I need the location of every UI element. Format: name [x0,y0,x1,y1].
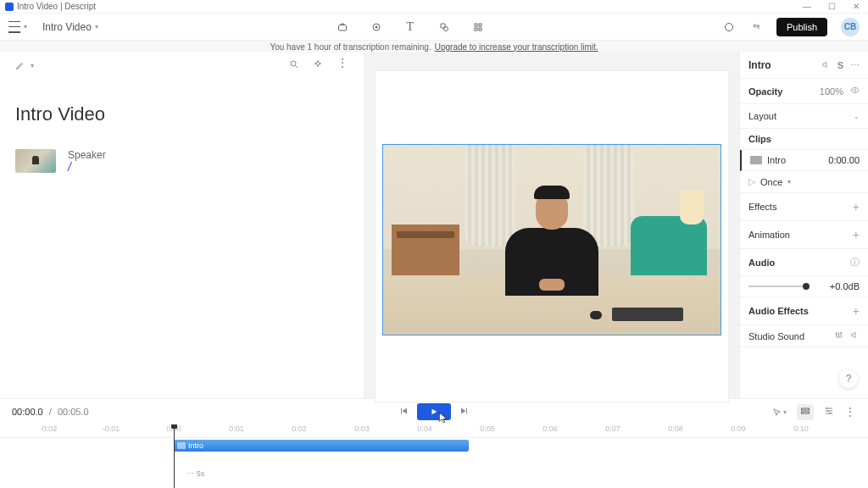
banner: You have 1 hour of transcription remaini… [0,41,868,53]
project-name-dropdown[interactable]: Intro Video ▾ [42,21,98,33]
opacity-value[interactable]: 100% [820,86,843,97]
ruler-tick: 0:05 [480,424,495,433]
speaker-label[interactable]: Speaker [68,149,106,161]
sparkle-icon [313,59,323,69]
svg-rect-5 [475,24,477,26]
video-frame[interactable] [382,144,721,336]
ruler-tick: 0:10 [793,424,809,433]
audio-effects-label: Audio Effects [748,306,809,316]
play-icon: ▷ [748,176,755,187]
svg-rect-7 [475,28,477,30]
avatar[interactable]: CB [841,18,860,36]
search-button[interactable] [289,59,299,72]
chevron-down-icon: ⌄ [854,113,860,120]
svg-point-12 [291,61,296,66]
ai-button[interactable] [313,59,323,72]
record-button[interactable] [370,20,383,34]
next-button[interactable] [459,406,470,419]
shapes-button[interactable] [437,20,451,34]
layout-row[interactable]: Layout ⌄ [740,104,868,129]
publish-button[interactable]: Publish [776,18,827,36]
clip-time: 0:00.00 [828,155,860,165]
script-style-dropdown[interactable]: ▾ [15,60,34,70]
clips-label: Clips [748,134,771,144]
maximize-button[interactable]: ☐ [825,2,839,11]
ruler-tick: 0:02 [292,424,307,433]
add-audio-effect-button[interactable]: + [853,304,860,318]
loop-dropdown[interactable]: ▷ Once ▾ [748,176,791,187]
studio-sound-mute-icon[interactable] [850,330,860,341]
play-button[interactable] [417,403,451,420]
clip-thumbnail[interactable] [750,156,762,164]
canvas-area[interactable] [364,53,739,398]
app-icon [5,3,14,11]
timeline-marker[interactable]: ⋯5s [186,469,205,479]
chevron-down-icon: ▾ [95,23,98,30]
scene-name[interactable]: Intro [748,59,771,71]
scene-more-button[interactable]: ⋯ [850,60,860,71]
opacity-label: Opacity [748,86,782,97]
studio-sound-settings-icon[interactable] [834,330,843,341]
audio-info-icon[interactable]: ⓘ [850,256,860,269]
selection-tool[interactable]: ▾ [772,408,787,417]
animation-label: Animation [748,230,790,240]
share-button[interactable] [749,20,763,34]
timeline-more-button[interactable]: ⋮ [844,405,856,419]
banner-link[interactable]: Upgrade to increase your transcription l… [435,42,598,52]
chevron-down-icon: ▾ [24,23,27,30]
comment-button[interactable] [722,20,736,34]
playhead[interactable] [174,424,175,488]
volume-slider[interactable] [748,286,810,287]
svg-point-14 [836,333,837,335]
main-menu-button[interactable]: ▾ [8,21,27,33]
transcript-cursor[interactable]: / [68,163,106,171]
timeline-clip[interactable]: Intro [174,440,469,452]
ruler-tick: 0:06 [542,424,558,433]
chevron-down-icon: ▾ [787,178,791,186]
svg-point-11 [757,25,759,26]
camera-button[interactable] [336,20,349,34]
studio-sound-label[interactable]: Studio Sound [748,331,804,341]
minimize-button[interactable]: — [799,2,815,11]
project-name-label: Intro Video [42,21,92,33]
svg-point-15 [838,336,840,337]
grid-button[interactable] [471,20,485,34]
ruler-tick: -0:02 [40,424,58,433]
scene-badge[interactable]: S [837,60,843,70]
add-animation-button[interactable]: + [853,228,860,241]
timeline[interactable]: -0:03-0:02-0:010:000:010:020:030:040:050… [0,424,868,488]
markers-button[interactable] [824,406,834,419]
svg-point-2 [375,25,377,28]
visibility-icon[interactable] [850,86,860,97]
svg-point-20 [828,410,829,411]
ruler-tick: 0:07 [605,424,620,433]
ruler-tick: 0:01 [229,424,244,433]
close-button[interactable]: ✕ [849,2,863,11]
effects-label: Effects [748,202,776,212]
window-title: Intro Video | Descript [17,2,96,11]
script-more-button[interactable]: ⋮ [337,59,348,72]
prev-button[interactable] [398,406,409,419]
svg-point-21 [830,413,831,413]
ruler-tick: 0:03 [354,424,370,433]
svg-rect-18 [802,412,810,413]
text-button[interactable]: T [403,20,417,34]
svg-rect-6 [479,24,481,26]
pen-icon [15,60,25,70]
timeline-view-button[interactable] [797,404,814,420]
svg-rect-17 [802,408,810,410]
ruler-tick: 0:08 [668,424,683,433]
clip-thumb-icon [177,442,186,449]
audio-db: +0.0dB [830,281,860,291]
ruler-tick: 0:04 [417,424,432,433]
help-button[interactable]: ? [839,369,858,388]
scene-thumbnail[interactable] [15,149,56,173]
svg-point-16 [840,332,842,334]
svg-rect-8 [479,28,481,30]
svg-point-9 [725,23,732,30]
canvas-page[interactable] [376,71,728,402]
add-effect-button[interactable]: + [853,200,860,214]
mute-icon[interactable] [821,60,831,71]
script-title[interactable]: Intro Video [15,103,348,125]
clip-name[interactable]: Intro [767,155,786,165]
